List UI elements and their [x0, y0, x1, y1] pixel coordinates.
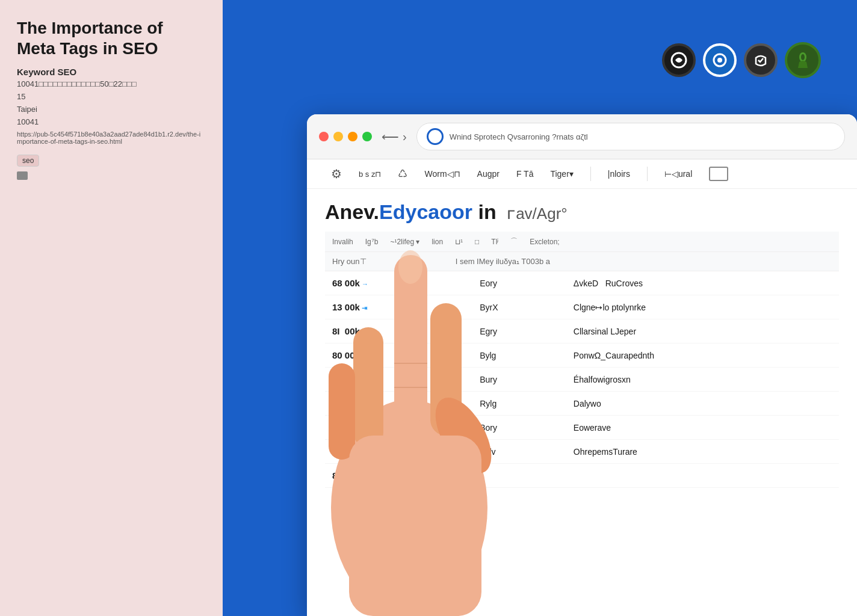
- cell-desc: Eowerave: [566, 416, 839, 440]
- cell-desc: Dalywo: [566, 392, 839, 416]
- arrow-icon: →: [361, 449, 370, 456]
- action-lion[interactable]: lion: [432, 238, 443, 246]
- toolbar-item-worm[interactable]: Worm◁⊓: [424, 169, 460, 179]
- toolbar-divider-2: [647, 167, 648, 181]
- cell-desc: ΔvkeD RuCroves: [566, 271, 839, 295]
- cell-name: Bury: [472, 368, 566, 392]
- sidebar: The Importance of Meta Tags in SEO Keywo…: [0, 0, 223, 616]
- sidebar-meta-line3: Taipei: [17, 103, 206, 116]
- table-row: 13 00k ⇥ ByrX Clgne↦lo ptolynrke: [325, 295, 839, 319]
- sidebar-tag: seo: [17, 155, 39, 167]
- traffic-light-orange[interactable]: [348, 132, 357, 141]
- table-actions-bar: Invаlih Ig⁷b ~¹2lifeg ▾ lion ⊔¹ □ Tlʲ ⌒ …: [325, 232, 839, 252]
- arrow-icon: →: [360, 401, 368, 408]
- cell-name: [472, 464, 566, 488]
- browser-icons-top: [662, 42, 821, 78]
- title-subtitle: ᴦav/Agr°: [507, 205, 568, 223]
- cell-name: Rylg: [472, 392, 566, 416]
- top-icon-2: [703, 43, 737, 77]
- address-bar[interactable]: Wnind Sprotech Qvsarroning ?rnats αζtl: [416, 123, 845, 150]
- cell-num: 13 00k ⇥: [325, 295, 472, 319]
- toolbar-item-1[interactable]: ⚙: [331, 167, 342, 181]
- nav-forward-icon[interactable]: ›: [403, 130, 407, 144]
- address-circle-icon: [427, 128, 444, 145]
- nav-arrows: ⟵ ›: [382, 129, 407, 144]
- table-row: 80 00k → Bylg PonwΩ_Caurapednth: [325, 343, 839, 368]
- sidebar-meta-line1: 10041□□□□□□□□□□□□□50□22□□□: [17, 78, 206, 91]
- arrow-icon: →: [360, 425, 368, 432]
- action-tlj[interactable]: Tlʲ: [491, 238, 498, 246]
- main-area: ⟵ › Wnind Sprotech Qvsarroning ?rnats αζ…: [223, 0, 857, 616]
- toolbar-item-ural[interactable]: ⊢◁ural: [664, 169, 692, 179]
- cell-desc: Cllarsinal LJeper: [566, 319, 839, 343]
- content-area: Anev.Edycaoor in ᴦav/Agr° Invаlih Ig⁷b ~…: [307, 189, 857, 616]
- title-part2: Edycaoor: [379, 200, 472, 223]
- action-icon2[interactable]: □: [475, 238, 479, 246]
- cell-num: 8I 00k →: [325, 319, 472, 343]
- table-row: 82 00k → Bury Éhalfowigrosxn: [325, 368, 839, 392]
- cell-name: Egry: [472, 319, 566, 343]
- sidebar-subtitle: Keyword SEO: [17, 67, 206, 77]
- cell-desc: OhrepemsTurare: [566, 440, 839, 464]
- sidebar-icon-box: [17, 171, 28, 180]
- title-part3: in: [472, 200, 497, 223]
- traffic-light-yellow[interactable]: [333, 132, 343, 141]
- svg-point-2: [717, 58, 722, 63]
- sidebar-meta-line4: 10041: [17, 116, 206, 129]
- cell-num: 82 00k →: [325, 368, 472, 392]
- data-table: 68 00k → Eory ΔvkeD RuCroves 13 00k ⇥ By…: [325, 271, 839, 488]
- top-icon-3: [744, 43, 778, 77]
- toolbar-item-augpr[interactable]: Augpr: [477, 169, 500, 179]
- arrow-icon: →: [360, 377, 368, 384]
- sidebar-meta-line2: 15: [17, 91, 206, 103]
- top-icon-1: [662, 43, 696, 77]
- table-row: 8F 00k →: [325, 464, 839, 488]
- page-title: The Importance of Meta Tags in SEO: [17, 18, 206, 58]
- arrow-icon: →: [360, 353, 368, 360]
- table-row: 17 00k → Rylg Dalywo: [325, 392, 839, 416]
- cell-num: 17 00k →: [325, 392, 472, 416]
- action-12lifeg[interactable]: ~¹2lifeg ▾: [390, 238, 419, 246]
- cell-num: S0 00k →: [325, 440, 472, 464]
- cell-num: 68 00k →: [325, 271, 472, 295]
- action-invalih[interactable]: Invаlih: [332, 238, 353, 246]
- cell-name: Eory: [472, 271, 566, 295]
- page-title-area: Anev.Edycaoor in ᴦav/Agr°: [325, 201, 839, 223]
- cell-name: Bylg: [472, 343, 566, 368]
- toolbar-item-2[interactable]: b s z⊓: [359, 170, 381, 179]
- cell-desc: Clgne↦lo ptolynrke: [566, 295, 839, 319]
- traffic-lights: [319, 132, 372, 141]
- toolbar: ⚙ b s z⊓ ♺ Worm◁⊓ Augpr F Tā Tiger▾ |nlo…: [307, 159, 857, 189]
- cell-desc: PonwΩ_Caurapednth: [566, 343, 839, 368]
- cell-name: Nillv: [472, 440, 566, 464]
- action-icon1[interactable]: ⊔¹: [455, 238, 463, 246]
- subheader-col2: Roro: [403, 257, 419, 266]
- cell-name: Bory: [472, 416, 566, 440]
- toolbar-item-tiger[interactable]: Tiger▾: [550, 169, 573, 179]
- toolbar-box-icon: [709, 167, 728, 181]
- toolbar-item-3[interactable]: ♺: [398, 167, 407, 180]
- toolbar-item-f-ta[interactable]: F Tā: [516, 169, 534, 179]
- toolbar-item-nloirs[interactable]: |nloirs: [608, 169, 630, 179]
- content-title: Anev.Edycaoor in ᴦav/Agr°: [325, 201, 839, 223]
- action-excleton[interactable]: Excleton;: [530, 238, 559, 246]
- traffic-light-red[interactable]: [319, 132, 329, 141]
- nav-back-icon[interactable]: ⟵: [382, 129, 399, 144]
- title-part1: Anev.: [325, 200, 379, 223]
- arrow-icon: ⇥: [360, 304, 367, 312]
- cell-name: ByrX: [472, 295, 566, 319]
- cell-num: 8F 00k →: [325, 464, 472, 488]
- subheader-col3: I sem IMey iluδya₁ T003b a: [456, 257, 550, 266]
- table-subheader: Hry oun⊤ Roro I sem IMey iluδya₁ T003b a: [325, 252, 839, 271]
- action-ig7b[interactable]: Ig⁷b: [365, 238, 379, 246]
- cell-desc: [566, 464, 839, 488]
- cell-num: 80 00k →: [325, 343, 472, 368]
- traffic-light-green[interactable]: [362, 132, 372, 141]
- table-row: 8I 00k → Egry Cllarsinal LJeper: [325, 319, 839, 343]
- table-row: 32 00k → Bory Eowerave: [325, 416, 839, 440]
- sidebar-url: https://pub-5c454f571b8e40a3a2aad27ade84…: [17, 131, 206, 145]
- browser-window: ⟵ › Wnind Sprotech Qvsarroning ?rnats αζ…: [307, 114, 857, 616]
- arrow-icon: →: [360, 328, 368, 336]
- browser-chrome: ⟵ › Wnind Sprotech Qvsarroning ?rnats αζ…: [307, 114, 857, 159]
- subheader-col1: Hry oun⊤: [332, 257, 367, 266]
